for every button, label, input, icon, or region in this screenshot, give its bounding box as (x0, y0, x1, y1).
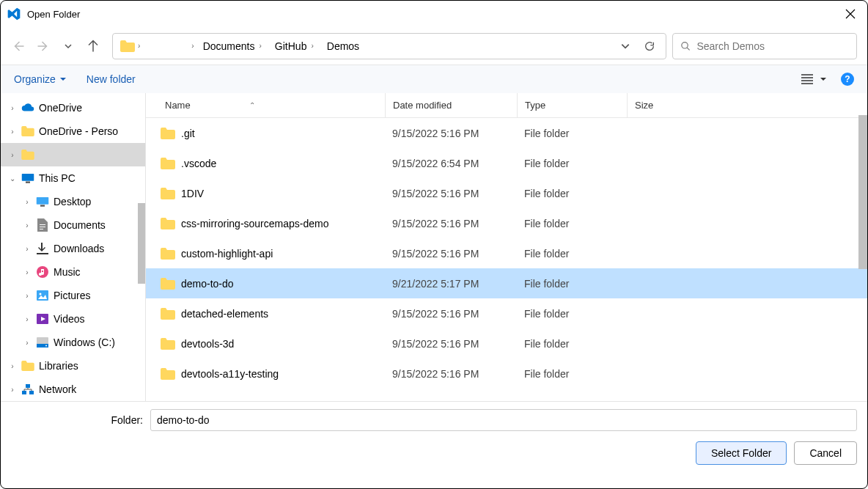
organize-menu[interactable]: Organize (14, 73, 66, 85)
breadcrumb-github[interactable]: GitHub› (271, 40, 318, 52)
svg-point-5 (37, 266, 48, 278)
file-name: demo-to-do (181, 278, 234, 290)
svg-rect-4 (40, 205, 45, 207)
sidebar-item[interactable]: ›Pictures (1, 284, 145, 307)
refresh-icon[interactable] (644, 40, 655, 52)
back-button[interactable] (11, 39, 26, 54)
close-button[interactable] (839, 6, 861, 22)
svg-rect-2 (26, 182, 30, 183)
sidebar-item[interactable]: ›Windows (C:) (1, 331, 145, 354)
file-name: 1DIV (181, 188, 204, 199)
file-scrollbar[interactable] (858, 115, 867, 269)
sidebar-icon (21, 125, 34, 138)
cell-name: detached-elements (161, 308, 385, 320)
folder-icon (161, 278, 175, 290)
cell-name: devtools-3d (161, 338, 385, 350)
chevron-icon: › (8, 386, 17, 394)
file-row[interactable]: detached-elements9/15/2022 5:16 PMFile f… (146, 298, 867, 328)
folder-icon (161, 368, 175, 380)
cell-date: 9/15/2022 5:16 PM (385, 248, 517, 260)
column-date[interactable]: Date modified (385, 93, 517, 117)
cell-date: 9/15/2022 5:16 PM (385, 368, 517, 380)
sidebar-icon (21, 359, 34, 372)
cell-date: 9/15/2022 5:16 PM (385, 188, 517, 199)
forward-button[interactable] (36, 39, 51, 54)
file-row[interactable]: css-mirroring-sourcemaps-demo9/15/2022 5… (146, 208, 867, 238)
column-size[interactable]: Size (627, 93, 700, 117)
column-name[interactable]: Name⌃ (165, 100, 385, 111)
svg-rect-3 (37, 197, 49, 205)
column-name-label: Name (165, 100, 191, 111)
body: ›OneDrive›OneDrive - Perso›⌄This PC›Desk… (1, 93, 867, 401)
sidebar-item[interactable]: › (1, 143, 145, 166)
sidebar-item[interactable]: ›Network (1, 378, 145, 401)
search-input[interactable] (696, 40, 849, 52)
file-row[interactable]: custom-highlight-api9/15/2022 5:16 PMFil… (146, 238, 867, 268)
chevron-icon: › (23, 268, 32, 276)
cell-type: File folder (517, 218, 627, 229)
svg-rect-1 (22, 174, 34, 181)
sidebar-item[interactable]: ›Videos (1, 307, 145, 331)
sort-indicator-icon: ⌃ (249, 101, 255, 109)
sidebar-icon (36, 289, 49, 302)
cell-type: File folder (517, 128, 627, 139)
search-box[interactable] (672, 33, 857, 59)
breadcrumb-documents[interactable]: Documents› (199, 40, 266, 52)
cell-name: css-mirroring-sourcemaps-demo (161, 218, 385, 229)
new-folder-button[interactable]: New folder (87, 73, 136, 85)
sidebar-item[interactable]: ›Music (1, 260, 145, 284)
sidebar-item[interactable]: ›Downloads (1, 237, 145, 260)
sidebar-label: Videos (54, 313, 85, 325)
sidebar-icon (36, 312, 49, 326)
dropdown-icon (60, 76, 66, 82)
arrow-right-icon (37, 40, 50, 53)
file-row[interactable]: devtools-a11y-testing9/15/2022 5:16 PMFi… (146, 359, 867, 389)
select-folder-button[interactable]: Select Folder (696, 441, 787, 465)
sidebar-label: Documents (54, 219, 106, 231)
file-row[interactable]: demo-to-do9/21/2022 5:17 PMFile folder (146, 268, 867, 298)
column-type[interactable]: Type (517, 93, 627, 117)
chevron-down-icon[interactable] (620, 41, 630, 51)
sidebar-scrollbar[interactable] (138, 203, 145, 284)
sidebar-label: Pictures (54, 290, 91, 301)
sidebar-item[interactable]: ⌄This PC (1, 166, 145, 190)
file-row[interactable]: devtools-3d9/15/2022 5:16 PMFile folder (146, 328, 867, 359)
view-menu[interactable] (801, 74, 826, 84)
help-button[interactable]: ? (841, 73, 854, 86)
folder-icon (161, 188, 175, 199)
file-name: .vscode (181, 158, 216, 169)
sidebar-item[interactable]: ›Documents (1, 213, 145, 237)
sidebar-label: Desktop (54, 196, 91, 207)
folder-icon (161, 248, 175, 260)
sidebar-icon (21, 172, 34, 185)
cell-name: demo-to-do (161, 278, 385, 290)
cell-name: 1DIV (161, 188, 385, 199)
sidebar-icon (36, 218, 49, 232)
chevron-icon: › (23, 315, 32, 323)
sidebar-label: OneDrive (39, 102, 82, 114)
file-row[interactable]: 1DIV9/15/2022 5:16 PMFile folder (146, 178, 867, 208)
cell-type: File folder (517, 308, 627, 320)
folder-icon (161, 128, 175, 139)
sidebar-label: Libraries (39, 360, 78, 372)
address-bar[interactable]: › › Documents› GitHub› Demos (112, 33, 666, 59)
up-button[interactable] (86, 39, 100, 54)
folder-label: Folder: (11, 414, 143, 426)
recent-dropdown[interactable] (61, 39, 76, 54)
sidebar-item[interactable]: ›OneDrive (1, 96, 145, 120)
sidebar-item[interactable]: ›Desktop (1, 190, 145, 213)
file-row[interactable]: .git9/15/2022 5:16 PMFile folder (146, 118, 867, 148)
address-folder-icon[interactable]: › (117, 40, 143, 52)
sidebar-item[interactable]: ›OneDrive - Perso (1, 120, 145, 143)
cell-date: 9/15/2022 6:54 PM (385, 158, 517, 169)
file-row[interactable]: .vscode9/15/2022 6:54 PMFile folder (146, 148, 867, 178)
titlebar: Open Folder (1, 1, 867, 27)
nav-arrows (11, 39, 100, 54)
sidebar-item[interactable]: ›Libraries (1, 354, 145, 378)
cell-date: 9/15/2022 5:16 PM (385, 128, 517, 139)
cancel-button[interactable]: Cancel (794, 441, 857, 465)
breadcrumb-demos[interactable]: Demos (323, 40, 364, 52)
cell-name: devtools-a11y-testing (161, 368, 385, 380)
window-title: Open Folder (27, 9, 839, 20)
folder-input[interactable] (150, 409, 857, 431)
